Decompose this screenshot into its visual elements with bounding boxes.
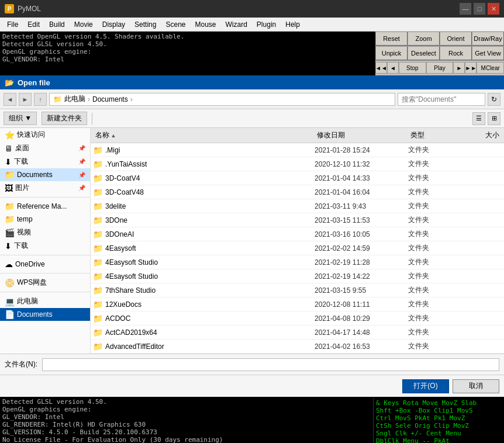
col-header-修改日期[interactable]: 修改日期 xyxy=(315,130,408,140)
rp-btn-deselect[interactable]: Deselect xyxy=(408,46,440,60)
table-row[interactable]: 📁ACDOC2021-04-08 10:29文件夹 xyxy=(91,312,504,326)
view-button[interactable]: ☰ xyxy=(472,112,485,125)
filename-input[interactable] xyxy=(42,358,499,371)
table-row[interactable]: 📁3delite2021-03-11 9:43文件夹 xyxy=(91,199,504,213)
console-line: OpenGL graphics engine: xyxy=(2,48,373,56)
menu-item-display[interactable]: Display xyxy=(98,19,130,30)
table-row[interactable]: 📁3DOne2021-03-15 11:53文件夹 xyxy=(91,213,504,227)
dialog-title-icon: 📂 xyxy=(5,78,14,87)
menu-item-movie[interactable]: Movie xyxy=(70,19,98,30)
cancel-button[interactable]: 取消 xyxy=(453,379,499,393)
table-row[interactable]: 📁3D-CoatV42021-01-04 14:33文件夹 xyxy=(91,171,504,185)
col-header-大小[interactable]: 大小 xyxy=(455,130,502,140)
close-button[interactable]: ✕ xyxy=(488,3,499,15)
rp-btn-unpick[interactable]: Unpick xyxy=(375,46,408,60)
maximize-button[interactable]: □ xyxy=(474,3,485,15)
table-row[interactable]: 📁3DOneAI2021-03-16 10:05文件夹 xyxy=(91,227,504,241)
nav-btn-2[interactable]: Stop xyxy=(399,62,426,74)
file-date: 2021-03-16 10:05 xyxy=(315,230,408,238)
title-bar: P PyMOL — □ ✕ xyxy=(0,0,504,18)
console-right-line: Shft +Box -Box Clip1 MovS xyxy=(376,407,499,414)
table-row[interactable]: 📁4Easysoft Studio2021-02-19 11:28文件夹 xyxy=(91,255,504,269)
new-folder-button[interactable]: 新建文件夹 xyxy=(42,112,87,125)
sidebar-item-[interactable]: ⬇下载📌 xyxy=(0,155,90,168)
table-row[interactable]: 📁ActCAD2019x642021-04-17 14:48文件夹 xyxy=(91,326,504,340)
file-list-header: 名称 ▲修改日期类型大小 xyxy=(91,128,504,143)
sidebar-item-label: Documents xyxy=(17,310,53,319)
table-row[interactable]: 📁7thShare Studio2021-03-15 9:55文件夹 xyxy=(91,283,504,297)
view-button-2[interactable]: ⊞ xyxy=(488,112,500,125)
folder-icon: 📁 xyxy=(93,300,103,309)
console-bottom-right: & Keys Rota Move MovZ Slab Shft +Box -Bo… xyxy=(373,398,502,443)
nav-btn-5[interactable]: ►► xyxy=(465,62,477,74)
sidebar-item-documents[interactable]: 📄Documents xyxy=(0,308,90,321)
menu-item-plugin[interactable]: Plugin xyxy=(252,19,281,30)
sidebar-item-label: Documents xyxy=(17,171,53,179)
menu-item-setting[interactable]: Setting xyxy=(130,19,161,30)
sidebar-separator xyxy=(0,273,90,274)
nav-btn-3[interactable]: Play xyxy=(426,62,454,74)
file-type: 文件夹 xyxy=(408,285,455,295)
path-root: 此电脑 xyxy=(64,94,85,104)
table-row[interactable]: 📁4Esaysoft Studio2021-02-19 14:22文件夹 xyxy=(91,269,504,283)
nav-btn-0[interactable]: ◄◄ xyxy=(375,62,387,74)
sidebar-item-documents[interactable]: 📁Documents📌 xyxy=(0,168,90,181)
rp-btn-drawray[interactable]: Draw/Ray xyxy=(472,32,504,46)
minimize-button[interactable]: — xyxy=(460,3,471,15)
menu-item-file[interactable]: File xyxy=(2,19,23,30)
menu-item-build[interactable]: Build xyxy=(44,19,70,30)
folder-icon: 📁 xyxy=(93,328,103,337)
col-header-类型[interactable]: 类型 xyxy=(408,130,455,140)
sidebar-item-referencema[interactable]: 📁Reference Ma... xyxy=(0,200,90,213)
sidebar-item-[interactable]: 💻此电脑 xyxy=(0,295,90,308)
col-header-名称[interactable]: 名称 ▲ xyxy=(93,130,315,140)
rp-btn-orient[interactable]: Orient xyxy=(440,32,472,46)
console-right-line: Sngl Clk +/- Cent Menu xyxy=(376,430,499,437)
sidebar-item-[interactable]: 🖼图片📌 xyxy=(0,181,90,195)
sidebar-item-icon: 📁 xyxy=(5,202,15,211)
folder-icon: 📁 xyxy=(93,286,103,295)
title-bar-text: PyMOL xyxy=(18,5,460,13)
menu-item-help[interactable]: Help xyxy=(281,19,305,30)
sidebar-item-label: temp xyxy=(17,215,33,223)
open-button[interactable]: 打开(O) xyxy=(402,379,449,393)
table-row[interactable]: 📁3D-CoatV482021-01-04 16:04文件夹 xyxy=(91,185,504,199)
nav-btn-6[interactable]: MClear xyxy=(477,62,504,74)
file-type: 文件夹 xyxy=(408,145,455,155)
table-row[interactable]: 📁.Migi2021-01-28 15:24文件夹 xyxy=(91,143,504,157)
sidebar-item-[interactable]: 🎬视频 xyxy=(0,226,90,239)
menu-item-scene[interactable]: Scene xyxy=(161,19,190,30)
address-path[interactable]: 📁 此电脑 › Documents › xyxy=(49,93,395,106)
back-button[interactable]: ◄ xyxy=(4,93,16,106)
rp-btn-reset[interactable]: Reset xyxy=(375,32,408,46)
console-right-line: CtSh Sele Orig Clip MovZ xyxy=(376,422,499,430)
file-type: 文件夹 xyxy=(408,257,455,267)
rp-btn-zoom[interactable]: Zoom xyxy=(408,32,440,46)
table-row[interactable]: 📁4Easysoft2021-02-02 14:59文件夹 xyxy=(91,241,504,255)
organize-button[interactable]: 组织 ▼ xyxy=(4,112,37,125)
rp-btn-getview[interactable]: Get View xyxy=(472,46,504,60)
sidebar-item-onedrive[interactable]: ☁OneDrive xyxy=(0,258,90,271)
file-name: 3DOneAI xyxy=(105,230,315,238)
menu-item-edit[interactable]: Edit xyxy=(23,19,44,30)
refresh-button[interactable]: ↻ xyxy=(488,93,500,106)
sidebar-item-[interactable]: ⬇下载 xyxy=(0,239,90,252)
table-row[interactable]: 📁AdvancedTiffEditor2021-04-02 16:53文件夹 xyxy=(91,340,504,354)
file-date: 2020-12-08 11:11 xyxy=(315,300,408,309)
sidebar-item-wps[interactable]: 📀WPS网盘 xyxy=(0,276,90,289)
nav-btn-4[interactable]: ► xyxy=(453,62,465,74)
nav-btn-1[interactable]: ◄ xyxy=(387,62,399,74)
sidebar-item-temp[interactable]: 📁temp xyxy=(0,213,90,226)
rp-btn-rock[interactable]: Rock xyxy=(440,46,472,60)
sidebar-item-[interactable]: ⭐快速访问 xyxy=(0,128,90,141)
sidebar-item-[interactable]: 🖥桌面📌 xyxy=(0,141,90,155)
forward-button[interactable]: ► xyxy=(19,93,32,106)
up-button[interactable]: ↑ xyxy=(34,93,47,106)
table-row[interactable]: 📁12XueDocs2020-12-08 11:11文件夹 xyxy=(91,297,504,312)
menu-item-wizard[interactable]: Wizard xyxy=(221,19,252,30)
search-input[interactable] xyxy=(398,93,485,106)
sidebar-item-icon: ☁ xyxy=(5,259,13,269)
table-row[interactable]: 📁.YunTaiAssist2020-12-10 11:32文件夹 xyxy=(91,157,504,171)
menu-item-mouse[interactable]: Mouse xyxy=(190,19,220,30)
right-panel-row-1: ResetZoomOrientDraw/Ray xyxy=(375,32,504,46)
